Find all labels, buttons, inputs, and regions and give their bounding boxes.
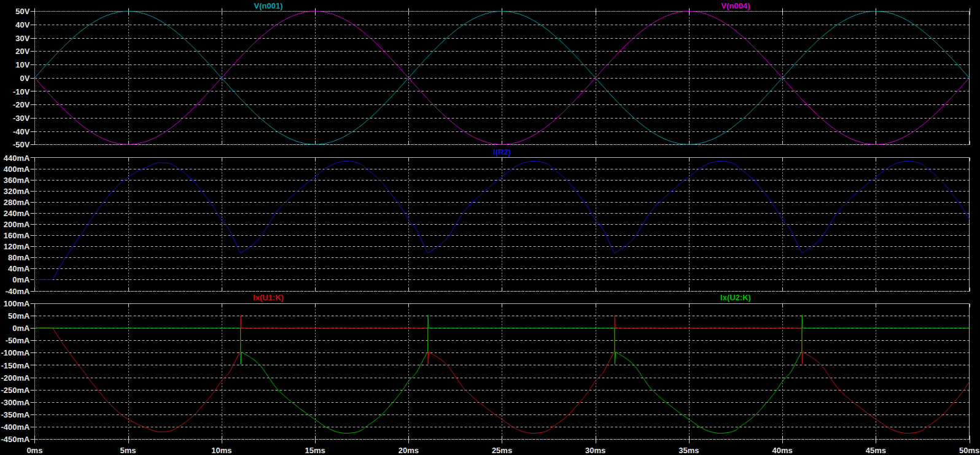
- svg-text:-350mA: -350mA: [1, 410, 31, 419]
- svg-text:-250mA: -250mA: [1, 386, 31, 395]
- svg-text:440mA: 440mA: [4, 154, 30, 163]
- svg-text:45ms: 45ms: [866, 446, 886, 455]
- svg-text:-40V: -40V: [13, 127, 30, 136]
- svg-text:50ms: 50ms: [959, 446, 979, 455]
- svg-text:20V: 20V: [15, 47, 29, 56]
- svg-text:-400mA: -400mA: [1, 422, 31, 432]
- svg-text:-100mA: -100mA: [1, 348, 31, 357]
- svg-text:40V: 40V: [15, 20, 29, 29]
- svg-text:-450mA: -450mA: [1, 435, 31, 444]
- svg-text:I(R2): I(R2): [493, 147, 511, 157]
- svg-text:-30V: -30V: [13, 114, 30, 123]
- svg-text:50V: 50V: [15, 7, 29, 16]
- svg-text:5ms: 5ms: [120, 446, 136, 455]
- svg-text:-20V: -20V: [13, 100, 30, 109]
- svg-text:40ms: 40ms: [772, 446, 793, 455]
- svg-text:400mA: 400mA: [4, 165, 30, 174]
- svg-text:-200mA: -200mA: [1, 373, 31, 383]
- svg-text:-40mA: -40mA: [6, 287, 30, 296]
- svg-text:20ms: 20ms: [399, 446, 419, 455]
- svg-text:V(n004): V(n004): [721, 1, 750, 10]
- svg-text:80mA: 80mA: [8, 253, 30, 262]
- svg-text:160mA: 160mA: [4, 231, 30, 240]
- svg-text:0mA: 0mA: [12, 275, 30, 284]
- svg-text:35ms: 35ms: [679, 446, 699, 455]
- svg-text:40mA: 40mA: [8, 264, 30, 273]
- svg-text:200mA: 200mA: [4, 220, 30, 229]
- svg-text:240mA: 240mA: [4, 209, 30, 218]
- svg-text:-300mA: -300mA: [1, 398, 31, 407]
- svg-text:30ms: 30ms: [585, 446, 605, 455]
- svg-text:100mA: 100mA: [4, 299, 30, 308]
- svg-text:-150mA: -150mA: [1, 361, 31, 370]
- svg-text:10V: 10V: [15, 60, 29, 69]
- svg-text:360mA: 360mA: [4, 176, 30, 185]
- svg-text:15ms: 15ms: [305, 446, 325, 455]
- svg-text:-50mA: -50mA: [6, 336, 30, 345]
- svg-text:50mA: 50mA: [8, 311, 30, 321]
- svg-text:30V: 30V: [15, 34, 29, 43]
- svg-text:280mA: 280mA: [4, 198, 30, 207]
- svg-text:0V: 0V: [20, 74, 30, 83]
- svg-text:Ix(U1:K): Ix(U1:K): [253, 293, 284, 302]
- svg-text:Ix(U2:K): Ix(U2:K): [720, 293, 751, 302]
- svg-text:0mA: 0mA: [12, 324, 30, 333]
- svg-text:V(n001): V(n001): [254, 1, 283, 10]
- svg-text:-50V: -50V: [13, 140, 30, 149]
- svg-text:-10V: -10V: [13, 87, 30, 96]
- svg-text:120mA: 120mA: [4, 242, 30, 251]
- svg-text:10ms: 10ms: [211, 446, 231, 455]
- svg-text:25ms: 25ms: [492, 446, 512, 455]
- svg-text:320mA: 320mA: [4, 187, 30, 196]
- svg-text:0ms: 0ms: [26, 446, 42, 455]
